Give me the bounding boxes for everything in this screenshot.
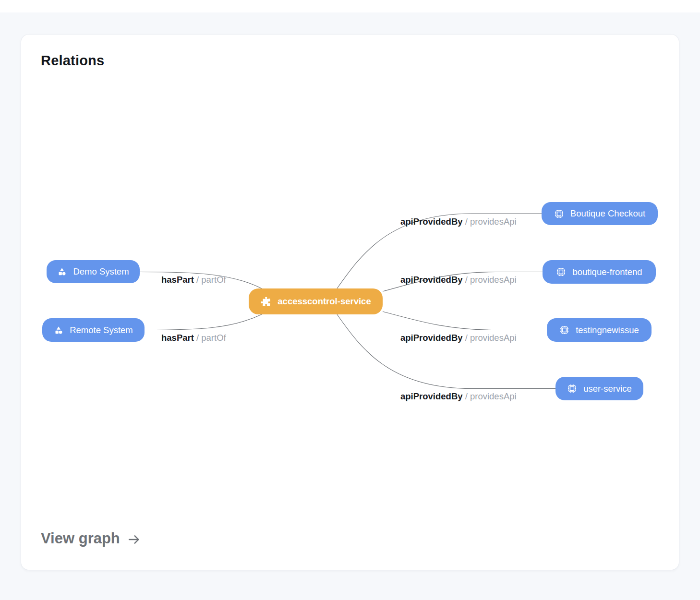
relation-forward: hasPart (161, 333, 194, 343)
chip-icon (559, 325, 569, 335)
node-label: Boutique Checkout (570, 208, 645, 219)
edge-user-service (337, 314, 555, 389)
view-graph-label: View graph (41, 530, 120, 547)
relation-forward: apiProvidedBy (400, 333, 463, 343)
relation-reverse: providesApi (470, 275, 517, 285)
relation-forward: hasPart (161, 275, 194, 285)
top-edge-strip (0, 0, 700, 12)
node-testingnewissue[interactable]: testingnewissue (547, 318, 652, 342)
node-label: Remote System (70, 325, 133, 336)
relation-separator: / (463, 391, 470, 401)
relation-reverse: providesApi (470, 391, 517, 401)
chip-icon (556, 267, 566, 277)
puzzle-icon (260, 296, 271, 307)
arrow-right-icon (126, 531, 142, 546)
view-graph-link[interactable]: View graph (41, 530, 142, 547)
relation-reverse: partOf (201, 275, 226, 285)
relation-reverse: partOf (201, 333, 226, 343)
node-boutique-checkout[interactable]: Boutique Checkout (542, 202, 658, 225)
edge-label-api-boutique-frontend: apiProvidedBy / providesApi (400, 275, 517, 285)
relation-separator: / (463, 333, 470, 343)
edge-label-api-boutique-checkout: apiProvidedBy / providesApi (400, 216, 517, 227)
node-label: testingnewissue (576, 325, 639, 336)
relation-reverse: providesApi (470, 216, 517, 227)
shapes-icon (54, 325, 63, 335)
edge-label-api-testingnewissue: apiProvidedBy / providesApi (400, 333, 517, 343)
node-demo-system[interactable]: Demo System (47, 260, 140, 283)
node-label: accesscontrol-service (278, 296, 371, 307)
relation-separator: / (463, 216, 470, 227)
relation-separator: / (194, 333, 201, 343)
relation-forward: apiProvidedBy (400, 391, 463, 401)
node-remote-system[interactable]: Remote System (42, 318, 145, 342)
node-label: Demo System (73, 266, 129, 277)
relations-card: Relations Demo System Remote System (21, 35, 679, 570)
edge-remote-system (145, 314, 262, 330)
edge-testingnewissue (383, 312, 547, 330)
edge-label-haspart-remote: hasPart / partOf (161, 333, 226, 343)
edge-label-api-user-service: apiProvidedBy / providesApi (400, 391, 517, 402)
shapes-icon (57, 267, 67, 276)
node-user-service[interactable]: user-service (555, 377, 643, 400)
relation-forward: apiProvidedBy (400, 216, 463, 227)
relation-separator: / (463, 275, 470, 285)
node-label: boutique-frontend (572, 267, 642, 277)
relation-reverse: providesApi (470, 333, 517, 343)
relation-separator: / (194, 275, 201, 285)
node-boutique-frontend[interactable]: boutique-frontend (543, 260, 656, 284)
edge-label-haspart-demo: hasPart / partOf (161, 275, 226, 285)
node-label: user-service (583, 384, 632, 394)
chip-icon (567, 384, 577, 394)
relation-forward: apiProvidedBy (400, 275, 463, 285)
node-accesscontrol-service[interactable]: accesscontrol-service (249, 288, 383, 314)
chip-icon (554, 209, 564, 219)
